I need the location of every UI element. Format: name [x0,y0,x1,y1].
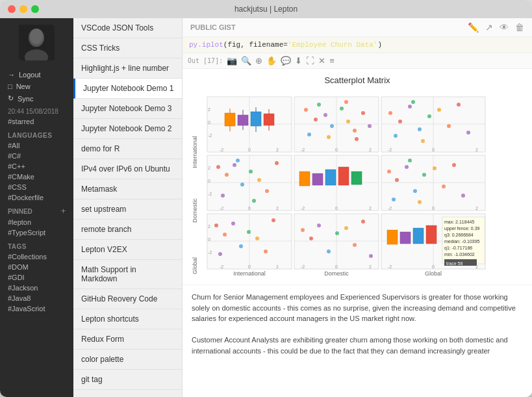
language-item[interactable]: #C# [0,151,73,161]
view-icon[interactable]: 👁 [500,22,509,32]
list-item[interactable]: demo for R [73,139,182,159]
svg-point-52 [457,103,461,107]
sync-action[interactable]: ↻ Sync [5,93,68,104]
svg-point-115 [272,218,275,222]
svg-point-128 [327,250,331,253]
camera-icon[interactable]: 📷 [227,56,237,66]
svg-point-47 [408,105,412,109]
pinned-item[interactable]: #lepton [0,217,73,227]
window-title: hackjutsu | Lepton [234,5,298,14]
svg-text:0: 0 [432,264,435,269]
svg-point-3 [30,29,43,44]
languages-list: #All#C##C++#CMake#CSS#Dockerfile [0,140,73,203]
svg-point-101 [408,159,412,162]
svg-point-96 [433,166,437,170]
svg-point-31 [346,120,350,123]
svg-point-110 [231,222,235,225]
list-item[interactable]: color palette [73,350,182,370]
svg-text:-2: -2 [220,206,223,211]
svg-point-70 [221,194,225,198]
starred-item[interactable]: #starred [0,116,73,127]
svg-point-53 [466,131,470,134]
language-item[interactable]: #All [0,140,73,151]
svg-rect-140 [400,232,411,244]
close2-icon[interactable]: ✕ [318,56,325,66]
svg-point-39 [355,137,359,141]
svg-text:0: 0 [248,147,251,152]
svg-text:2: 2 [276,147,279,152]
download-icon[interactable]: ⬇ [295,56,302,66]
tag-item[interactable]: #Jackson [0,283,73,293]
svg-text:2: 2 [208,224,210,229]
list-item[interactable]: Highlight.js + line number [73,58,182,79]
list-item[interactable]: IPv4 over IPv6 on Ubuntu [73,159,182,179]
speech-icon[interactable]: 💬 [281,56,291,66]
language-item[interactable]: #Dockerfile [0,192,73,203]
delete-icon[interactable]: 🗑 [515,22,524,32]
list-item[interactable]: Math Support in Markdown [73,260,182,289]
svg-point-98 [452,163,456,167]
logout-action[interactable]: → Logout [5,70,68,80]
svg-point-100 [392,198,396,201]
svg-point-49 [427,114,431,118]
pan-icon[interactable]: ✋ [266,56,277,66]
gist-label: PUBLIC GIST [190,23,236,31]
language-item[interactable]: #CMake [0,172,73,182]
more-icon[interactable]: ≡ [329,56,335,66]
code-prefix: py.iplot [189,41,223,49]
close-button[interactable] [8,5,16,13]
zoom-icon[interactable]: 🔍 [241,56,251,66]
fullscreen-icon[interactable]: ⛶ [306,56,314,66]
sidebar-actions: → Logout □ New ↻ Sync [0,67,73,107]
list-item[interactable]: Metamask [73,179,182,199]
svg-point-109 [223,233,227,237]
list-item[interactable]: git tag [73,370,182,390]
svg-point-46 [398,120,402,123]
language-item[interactable]: #C++ [0,161,73,172]
svg-rect-142 [426,225,437,244]
svg-point-50 [437,108,441,112]
list-item[interactable]: CSS Tricks [73,38,182,58]
add-pin-button[interactable]: + [61,207,66,216]
crosshair-icon[interactable]: ⊕ [255,56,262,66]
svg-point-130 [344,226,348,230]
svg-point-95 [422,173,426,177]
edit-icon[interactable]: ✏️ [468,22,479,32]
svg-text:0: 0 [335,206,338,211]
list-item[interactable]: GitHub Reovery Code [73,289,182,309]
main-content: PUBLIC GIST ✏️ ↗ 👁 🗑 py.iplot(fig, filen… [183,18,532,397]
export-icon[interactable]: ↗ [485,22,493,32]
list-item[interactable]: Lepton shortcuts [73,309,182,329]
fullscreen-button[interactable] [31,5,39,13]
svg-point-99 [461,194,465,198]
list-item[interactable]: Jupyter Notebook Demo 1 [73,79,182,99]
tag-item[interactable]: #GDI [0,272,73,283]
new-action[interactable]: □ New [5,81,68,92]
minimize-button[interactable] [19,5,27,13]
list-item[interactable]: Jupyter Notebook Demo 2 [73,119,182,139]
svg-rect-6 [225,113,235,126]
pinned-item[interactable]: #TypeScript [0,227,73,238]
svg-point-132 [361,220,365,224]
svg-point-125 [301,228,305,232]
list-item[interactable]: Lepton V2EX [73,240,182,260]
list-item[interactable]: VSCode JSON Tools [73,18,182,38]
svg-text:-2: -2 [301,147,305,152]
list-item[interactable]: set upstream [73,199,182,220]
svg-point-93 [405,165,409,169]
svg-point-72 [252,199,256,203]
tag-item[interactable]: #DOM [0,262,73,272]
output-section: Out [17]: 📷 🔍 ⊕ ✋ 💬 ⬇ ⛶ ✕ ≡ Scatterplot … [183,53,532,397]
tag-item[interactable]: #Collections [0,251,73,262]
tag-item[interactable]: #Java8 [0,293,73,303]
list-item[interactable]: Jupyter Notebook Demo 3 [73,99,182,119]
svg-point-62 [216,165,220,169]
list-item[interactable]: Redux Form [73,329,182,350]
language-item[interactable]: #CSS [0,182,73,192]
list-item[interactable]: remote branch [73,220,182,240]
y-label-global: Global [192,257,198,274]
svg-text:2: 2 [276,206,279,211]
svg-point-26 [304,108,308,112]
tag-item[interactable]: #JavaScriot [0,303,73,314]
svg-rect-85 [351,172,362,185]
